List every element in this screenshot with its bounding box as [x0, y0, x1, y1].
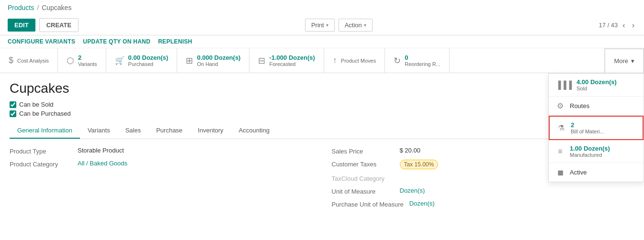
can-be-purchased-checkbox[interactable]: [10, 110, 16, 117]
more-chevron: ▾: [631, 57, 634, 65]
smart-btn-reordering[interactable]: ↻ 0 Reordering R...: [385, 48, 450, 73]
smart-btn-variants[interactable]: ⬡ 2 Variants: [58, 48, 106, 73]
on-hand-label: On Hand: [197, 61, 240, 67]
tab-inventory[interactable]: Inventory: [190, 123, 231, 139]
manufactured-icon: ≡: [555, 147, 565, 156]
print-chevron: ▾: [326, 22, 328, 28]
replenish-link[interactable]: REPLENISH: [158, 38, 192, 45]
more-item-sold[interactable]: ▐▐▐ 4.00 Dozen(s) Sold: [549, 74, 644, 97]
variants-icon: ⬡: [67, 55, 74, 66]
tab-sales[interactable]: Sales: [118, 123, 149, 139]
manufactured-label: Manufactured: [570, 152, 610, 158]
reordering-label: Reordering R...: [405, 61, 441, 67]
active-icon: ◼: [555, 168, 565, 177]
dollar-icon: $: [9, 55, 13, 65]
active-label: Active: [570, 169, 587, 176]
breadcrumb-separator: /: [37, 4, 39, 11]
sales-price-value: $ 20.00: [400, 147, 420, 154]
taxcloud-label: TaxCloud Category: [332, 174, 394, 182]
forecasted-value: -1.000 Dozen(s): [269, 54, 315, 61]
can-be-sold-row: Can be Sold: [10, 101, 634, 108]
breadcrumb-current: Cupcakes: [42, 4, 71, 11]
action-chevron: ▾: [364, 22, 366, 28]
breadcrumb-parent[interactable]: Products: [8, 4, 34, 11]
tab-accounting[interactable]: Accounting: [231, 123, 277, 139]
forecasted-label: Forecasted: [269, 61, 315, 67]
smart-btn-on-hand[interactable]: ⊞ 0.000 Dozen(s) On Hand: [177, 48, 249, 73]
bom-flask-icon: ⚗: [556, 123, 566, 132]
product-moves-icon: ↑: [333, 55, 337, 65]
uom-label: Unit of Measure: [332, 187, 394, 195]
tab-variants[interactable]: Variants: [80, 123, 118, 139]
more-item-bom[interactable]: ⚗ 2 Bill of Materi...: [549, 116, 644, 140]
product-title: Cupcakes: [10, 81, 634, 96]
tabs: General Information Variants Sales Purch…: [10, 123, 634, 139]
variants-label: Variants: [78, 61, 97, 67]
product-type-row: Product Type Storable Product: [10, 147, 313, 155]
tab-purchase[interactable]: Purchase: [148, 123, 190, 139]
can-be-purchased-label: Can be Purchased: [19, 110, 71, 117]
more-label: More: [614, 57, 628, 65]
left-column: Product Type Storable Product Product Ca…: [10, 147, 313, 213]
more-item-routes[interactable]: ⚙ Routes: [549, 97, 644, 116]
edit-button[interactable]: EDIT: [8, 19, 35, 32]
sold-value: 4.00 Dozen(s): [576, 78, 617, 86]
reordering-value: 0: [405, 54, 441, 61]
can-be-sold-label: Can be Sold: [19, 101, 54, 108]
update-qty-link[interactable]: UPDATE QTY ON HAND: [83, 38, 150, 45]
routes-gear-icon: ⚙: [555, 101, 565, 110]
product-form: Cupcakes Can be Sold Can be Purchased Ge…: [0, 73, 644, 220]
can-be-sold-checkbox[interactable]: [10, 101, 16, 108]
routes-label: Routes: [570, 102, 589, 109]
pagination: 17 / 43 ‹ ›: [599, 20, 636, 31]
next-page-button[interactable]: ›: [630, 20, 636, 31]
product-moves-label: Product Moves: [341, 58, 376, 64]
variants-value: 2: [78, 54, 97, 61]
bom-value: 2: [571, 121, 604, 129]
breadcrumb: Products / Cupcakes: [0, 0, 644, 15]
purchase-uom-value[interactable]: Dozen(s): [409, 200, 435, 207]
on-hand-value: 0.000 Dozen(s): [197, 54, 240, 61]
header-bar: EDIT CREATE Print ▾ Action ▾ 17 / 43 ‹ ›: [0, 15, 644, 35]
can-be-purchased-row: Can be Purchased: [10, 110, 634, 117]
print-button[interactable]: Print ▾: [305, 19, 335, 32]
purchase-uom-row: Purchase Unit of Measure Dozen(s): [332, 200, 635, 208]
cost-analysis-label: Cost Analysis: [17, 58, 49, 64]
customer-taxes-label: Customer Taxes: [332, 160, 394, 168]
smart-btn-cost-analysis[interactable]: $ Cost Analysis: [0, 48, 58, 73]
header-center: Print ▾ Action ▾: [305, 19, 373, 32]
pagination-text: 17 / 43: [599, 22, 618, 29]
on-hand-icon: ⊞: [186, 55, 193, 66]
create-button[interactable]: CREATE: [39, 18, 79, 32]
smart-btn-purchased[interactable]: 🛒 0.00 Dozen(s) Purchased: [106, 48, 178, 73]
bom-label: Bill of Materi...: [571, 129, 604, 134]
smart-buttons: $ Cost Analysis ⬡ 2 Variants 🛒 0.00 Doze…: [0, 48, 644, 73]
product-type-label: Product Type: [10, 147, 72, 155]
more-dropdown: ▐▐▐ 4.00 Dozen(s) Sold ⚙ Routes ⚗ 2 Bill…: [548, 73, 644, 182]
prev-page-button[interactable]: ‹: [621, 20, 627, 31]
tab-general-information[interactable]: General Information: [10, 123, 80, 139]
sold-label: Sold: [576, 86, 617, 91]
purchased-label: Purchased: [128, 61, 169, 67]
smart-btn-product-moves[interactable]: ↑ Product Moves: [324, 48, 385, 73]
purchased-value: 0.00 Dozen(s): [128, 54, 169, 61]
product-category-value[interactable]: All / Baked Goods: [78, 160, 127, 167]
action-bar: CONFIGURE VARIANTS UPDATE QTY ON HAND RE…: [0, 35, 644, 48]
product-category-label: Product Category: [10, 160, 72, 168]
more-item-manufactured[interactable]: ≡ 1.00 Dozen(s) Manufactured: [549, 140, 644, 163]
uom-value[interactable]: Dozen(s): [400, 187, 425, 194]
uom-row: Unit of Measure Dozen(s): [332, 187, 635, 195]
configure-variants-link[interactable]: CONFIGURE VARIANTS: [8, 38, 75, 45]
manufactured-value: 1.00 Dozen(s): [570, 145, 610, 152]
smart-btn-forecasted[interactable]: ⊟ -1.000 Dozen(s) Forecasted: [249, 48, 324, 73]
more-item-active[interactable]: ◼ Active: [549, 163, 644, 182]
smart-buttons-wrapper: $ Cost Analysis ⬡ 2 Variants 🛒 0.00 Doze…: [0, 48, 644, 73]
product-type-value: Storable Product: [78, 147, 124, 154]
action-button[interactable]: Action ▾: [339, 19, 373, 32]
customer-taxes-badge: Tax 15.00%: [400, 160, 439, 169]
bar-chart-icon: ▐▐▐: [555, 81, 572, 89]
more-button[interactable]: More ▾: [604, 48, 644, 73]
reordering-icon: ↻: [394, 55, 401, 66]
cart-icon: 🛒: [115, 56, 124, 65]
product-category-row: Product Category All / Baked Goods: [10, 160, 313, 168]
